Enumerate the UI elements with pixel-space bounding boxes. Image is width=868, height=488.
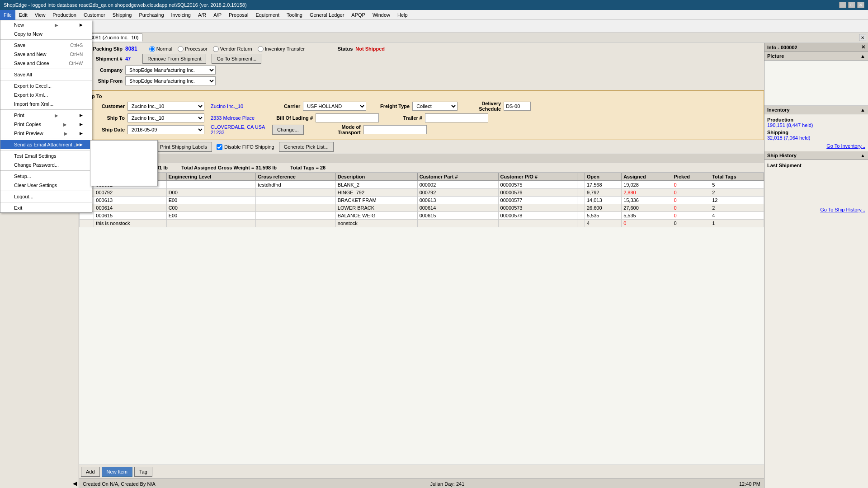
menu-item-clear-user-settings[interactable]: Clear User Settings	[0, 181, 92, 190]
table-row[interactable]: 000614 C00 LOWER BRACK 000614 00000573 2…	[80, 204, 764, 212]
menu-production[interactable]: Production	[49, 10, 80, 20]
menu-help[interactable]: Help	[394, 10, 411, 20]
menu-item-change-password[interactable]: Change Password...	[0, 160, 92, 169]
radio-processor[interactable]: Processor	[178, 46, 208, 52]
menu-item-print[interactable]: Print ▶	[0, 111, 92, 120]
submenu-packing-slip[interactable]: Packing Slip	[90, 141, 157, 150]
production-value: 190,151 (8,447 held)	[767, 122, 865, 128]
ship-history-collapse-btn[interactable]: ▲	[860, 153, 865, 158]
menu-item-exit[interactable]: Exit	[0, 203, 92, 212]
inventory-collapse-btn[interactable]: ▲	[860, 107, 865, 113]
window-controls[interactable]: _ □ ✕	[839, 2, 864, 8]
carrier-select[interactable]: USF HOLLAND	[303, 102, 366, 111]
menu-shipping[interactable]: Shipping	[109, 10, 136, 20]
add-btn[interactable]: Add	[81, 467, 100, 477]
freight-type-select[interactable]: Collect	[412, 102, 458, 111]
shipment-value[interactable]: 47	[125, 56, 131, 61]
goto-inventory-link[interactable]: Go To Inventory...	[767, 143, 865, 149]
col-description[interactable]: Description	[335, 173, 417, 181]
menu-item-import-xml[interactable]: Import from Xml...	[0, 99, 92, 108]
menu-ap[interactable]: A/P	[210, 10, 225, 20]
close-tab-btn[interactable]: ✕	[859, 34, 866, 41]
packing-slip-value[interactable]: 8081	[125, 46, 137, 52]
ship-date-select[interactable]: 2016-05-09	[127, 125, 204, 134]
company-select[interactable]: ShopEdge Manufacturing Inc.	[125, 66, 216, 75]
table-row[interactable]: ▶ 000002 testdhdfhd BLANK_2 000002 00000…	[80, 181, 764, 189]
goto-ship-history-link[interactable]: Go To Ship History...	[767, 207, 865, 212]
col-cross-ref[interactable]: Cross reference	[256, 173, 336, 181]
menu-tooling[interactable]: Tooling	[283, 10, 306, 20]
customer-select[interactable]: Zucino Inc._10	[127, 102, 204, 111]
info-close-btn[interactable]: ✕	[861, 44, 865, 50]
table-row[interactable]: 000613 E00 BRACKET FRAM 000613 00000577 …	[80, 197, 764, 204]
menu-edit[interactable]: Edit	[15, 10, 31, 20]
mode-of-transport-input[interactable]	[363, 125, 427, 134]
menu-item-setup[interactable]: Setup...	[0, 172, 92, 181]
bill-of-lading-input[interactable]	[316, 113, 379, 122]
menu-item-save-and-new[interactable]: Save and New Ctrl+N	[0, 50, 92, 59]
delivery-schedule-input[interactable]	[504, 102, 531, 111]
col-cust-po[interactable]: Customer P/O #	[498, 173, 577, 181]
col-cust-part[interactable]: Customer Part #	[417, 173, 498, 181]
menu-item-test-email[interactable]: Test Email Settings	[0, 151, 92, 160]
generate-pick-list-btn[interactable]: Generate Pick List...	[279, 142, 334, 152]
close-btn[interactable]: ✕	[857, 2, 864, 8]
menu-item-copy-to-new[interactable]: Copy to New	[0, 29, 92, 38]
trailer-input[interactable]	[425, 113, 488, 122]
picture-collapse-btn[interactable]: ▲	[860, 53, 865, 59]
remove-from-shipment-btn[interactable]: Remove From Shipment	[142, 54, 206, 64]
ship-to-select[interactable]: Zucino Inc._10	[127, 113, 204, 122]
menu-item-save-and-close[interactable]: Save and Close Ctrl+W	[0, 59, 92, 68]
sidebar-collapse-btn[interactable]: ◀	[0, 479, 79, 488]
menu-item-send-email[interactable]: Send as Email Attachment... ▶ Packing Sl…	[0, 140, 92, 149]
table-row[interactable]: 000792 D00 HINGE_792 000792 00000576 9,7…	[80, 189, 764, 197]
menu-purchasing[interactable]: Purchasing	[135, 10, 167, 20]
radio-inventory-transfer[interactable]: Inventory Transfer	[258, 46, 305, 52]
radio-normal[interactable]: Normal	[149, 46, 172, 52]
submenu-pick-list[interactable]: Pick List	[90, 159, 157, 168]
total-tags: Total Tags = 26	[290, 165, 326, 170]
ship-from-select[interactable]: ShopEdge Manufacturing Inc.	[125, 76, 216, 85]
maximize-btn[interactable]: □	[848, 2, 855, 8]
menu-equipment[interactable]: Equipment	[252, 10, 283, 20]
menu-apqp[interactable]: APQP	[348, 10, 369, 20]
menu-item-logout[interactable]: Logout...	[0, 192, 92, 201]
menu-ar[interactable]: A/R	[194, 10, 210, 20]
col-assigned[interactable]: Assigned	[622, 173, 672, 181]
menu-customer[interactable]: Customer	[80, 10, 109, 20]
print-shipping-labels-btn[interactable]: Print Shipping Labels	[155, 142, 212, 152]
cell-expander[interactable]	[80, 220, 94, 227]
tag-btn[interactable]: Tag	[134, 467, 152, 477]
submenu-export-paperwork[interactable]: Export Paperwork	[90, 168, 157, 177]
separator-7	[0, 170, 92, 171]
col-open[interactable]: Open	[585, 173, 621, 181]
submenu-all[interactable]: All	[90, 177, 157, 186]
menu-item-new[interactable]: New ▶	[0, 20, 92, 29]
new-item-btn[interactable]: New Item	[102, 467, 132, 477]
menu-item-save[interactable]: Save Ctrl+S	[0, 41, 92, 50]
minimize-btn[interactable]: _	[839, 2, 846, 8]
col-flag	[577, 173, 585, 181]
table-row[interactable]: this is nonstock nonstock 4 0 0 1	[80, 220, 764, 227]
menu-item-save-all[interactable]: Save All	[0, 70, 92, 79]
menu-item-export-xml[interactable]: Export to Xml...	[0, 90, 92, 99]
change-btn[interactable]: Change...	[272, 125, 304, 135]
goto-shipment-btn[interactable]: Go To Shipment...	[212, 54, 261, 64]
menu-proposal[interactable]: Proposal	[225, 10, 252, 20]
radio-vendor-return[interactable]: Vendor Return	[213, 46, 252, 52]
col-eng-level[interactable]: Engineering Level	[166, 173, 256, 181]
menu-item-export-excel[interactable]: Export to Excel...	[0, 81, 92, 90]
menu-general-ledger[interactable]: General Ledger	[306, 10, 348, 20]
col-picked[interactable]: Picked	[672, 173, 710, 181]
disable-fifo-checkbox[interactable]: Disable FIFO Shipping	[217, 144, 274, 150]
cell-expander[interactable]	[80, 212, 94, 220]
menu-file[interactable]: File	[0, 10, 15, 20]
menu-window[interactable]: Window	[369, 10, 394, 20]
menu-item-print-copies[interactable]: Print Copies ▶	[0, 120, 92, 129]
col-total-tags[interactable]: Total Tags	[710, 173, 764, 181]
menu-item-print-preview[interactable]: Print Preview ▶	[0, 129, 92, 138]
table-row[interactable]: 000615 E00 BALANCE WEIG 000615 00000578 …	[80, 212, 764, 220]
submenu-bill-of-lading[interactable]: Bill of Lading	[90, 150, 157, 159]
menu-view[interactable]: View	[31, 10, 49, 20]
menu-invoicing[interactable]: Invoicing	[168, 10, 194, 20]
